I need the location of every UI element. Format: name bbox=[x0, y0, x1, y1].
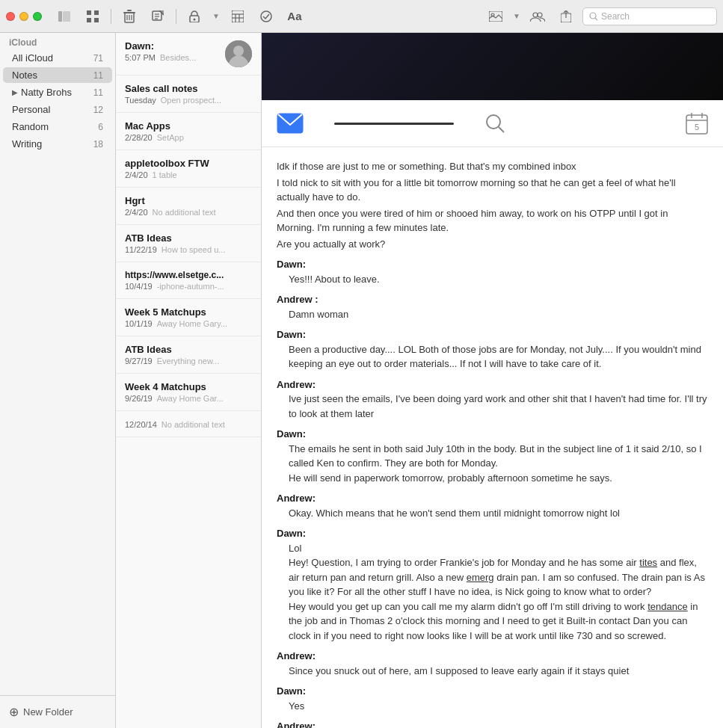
note-item-atb-1[interactable]: ATB Ideas 11/22/19 How to speed u... bbox=[116, 225, 261, 262]
note-item-dawn[interactable]: Dawn: 5:07 PM Besides... bbox=[116, 33, 261, 75]
speaker-andrew-2: Andrew: bbox=[277, 377, 708, 392]
note-item-atb-2[interactable]: ATB Ideas 9/27/19 Everything new... bbox=[116, 336, 261, 374]
note-meta: 11/22/19 How to speed u... bbox=[125, 245, 252, 254]
toolbar-separator bbox=[111, 9, 111, 24]
msg-line-13: Hey! Question, I am trying to order Fran… bbox=[289, 555, 708, 599]
svg-rect-5 bbox=[94, 18, 99, 22]
note-date: 10/4/19 bbox=[125, 282, 153, 291]
note-date: 12/20/14 bbox=[125, 420, 157, 429]
grid-view-icon[interactable] bbox=[81, 6, 105, 27]
note-item-appletoolbox[interactable]: appletoolbox FTW 2/4/20 1 table bbox=[116, 150, 261, 188]
fullscreen-button[interactable] bbox=[33, 12, 42, 21]
msg-line-10: He will send in paperwork tomorrow, prob… bbox=[289, 471, 708, 486]
expand-arrow-icon: ▶ bbox=[12, 88, 18, 96]
note-date: 5:07 PM bbox=[125, 53, 156, 62]
msg-line-4: Are you actually at work? bbox=[277, 237, 708, 252]
speaker-dawn-1: Dawn: bbox=[277, 257, 708, 272]
close-button[interactable] bbox=[6, 12, 15, 21]
speaker-dawn-3: Dawn: bbox=[277, 427, 708, 442]
sidebar-item-notes[interactable]: Notes 11 bbox=[3, 67, 112, 83]
note-meta: 9/26/19 Away Home Gar... bbox=[125, 394, 252, 403]
note-title: appletoolbox FTW bbox=[125, 158, 252, 169]
svg-rect-20 bbox=[232, 10, 244, 22]
toolbar-separator-2 bbox=[176, 9, 176, 24]
minimize-button[interactable] bbox=[19, 12, 28, 21]
font-icon[interactable]: Aa bbox=[283, 6, 307, 27]
lock-icon[interactable] bbox=[182, 6, 206, 27]
note-title: Mac Apps bbox=[125, 120, 252, 132]
sidebar-toggle-icon[interactable] bbox=[52, 6, 76, 27]
speaker-dawn-5: Dawn: bbox=[277, 684, 708, 699]
speaker-dawn-2: Dawn: bbox=[277, 327, 708, 342]
note-date: 2/28/20 bbox=[125, 133, 153, 142]
note-meta: 2/28/20 SetApp bbox=[125, 133, 252, 142]
note-meta: 9/27/19 Everything new... bbox=[125, 357, 252, 365]
sidebar-item-writing[interactable]: Writing 18 bbox=[3, 136, 112, 152]
note-date: 9/26/19 bbox=[125, 394, 153, 403]
note-item-week4[interactable]: Week 4 Matchups 9/26/19 Away Home Gar... bbox=[116, 374, 261, 411]
note-title: https://www.elsetge.c... bbox=[125, 270, 252, 280]
note-item-hgrt[interactable]: Hgrt 2/4/20 No additional text bbox=[116, 188, 261, 225]
compose-icon[interactable] bbox=[146, 6, 170, 27]
note-preview: How to speed u... bbox=[161, 245, 226, 254]
svg-point-19 bbox=[194, 18, 196, 20]
sidebar-item-natty-brohs[interactable]: ▶ Natty Brohs 11 bbox=[3, 84, 112, 100]
content-toolbar: 5 bbox=[262, 100, 723, 147]
sidebar-item-all-icloud[interactable]: All iCloud 71 bbox=[3, 50, 112, 66]
note-item-elsetge[interactable]: https://www.elsetge.c... 10/4/19 -iphone… bbox=[116, 262, 261, 299]
svg-point-35 bbox=[233, 46, 244, 56]
note-preview: 1 table bbox=[153, 170, 177, 179]
note-preview: No additional text bbox=[153, 208, 216, 217]
share-users-icon[interactable] bbox=[526, 6, 550, 27]
sidebar: iCloud All iCloud 71 Notes 11 ▶ Natty Br… bbox=[0, 33, 116, 728]
svg-rect-0 bbox=[58, 11, 62, 22]
note-preview: Besides... bbox=[160, 53, 196, 62]
note-item-mac-apps[interactable]: Mac Apps 2/28/20 SetApp bbox=[116, 113, 261, 150]
sidebar-item-random[interactable]: Random 6 bbox=[3, 119, 112, 135]
msg-line-2: I told nick to sit with you for a little… bbox=[277, 176, 708, 205]
note-item-apple[interactable]: 12/20/14 No additional text bbox=[116, 411, 261, 437]
note-item-sales[interactable]: Sales call notes Tuesday Open prospect..… bbox=[116, 75, 261, 113]
msg-line-1: Idk if those are just to me or something… bbox=[277, 159, 708, 174]
note-title: Dawn: bbox=[125, 40, 219, 52]
search-toolbar-icon[interactable] bbox=[484, 113, 505, 134]
note-item-week5[interactable]: Week 5 Matchups 10/1/19 Away Home Gary..… bbox=[116, 299, 261, 336]
table-icon[interactable] bbox=[226, 6, 250, 27]
divider-line bbox=[334, 123, 454, 125]
note-date: 9/27/19 bbox=[125, 357, 153, 365]
sidebar-item-personal[interactable]: Personal 12 bbox=[3, 102, 112, 117]
note-meta: 10/1/19 Away Home Gary... bbox=[125, 319, 252, 328]
calendar-icon[interactable]: 5 bbox=[686, 112, 708, 135]
note-title: Hgrt bbox=[125, 195, 252, 206]
msg-line-16: Yes bbox=[289, 699, 708, 714]
note-date: 2/4/20 bbox=[125, 170, 148, 179]
titlebar: ▼ Aa ▼ Search bbox=[0, 0, 723, 33]
svg-rect-3 bbox=[94, 10, 99, 15]
mail-icon[interactable] bbox=[277, 113, 304, 134]
speaker-andrew-5: Andrew: bbox=[277, 719, 708, 728]
svg-line-33 bbox=[595, 18, 597, 20]
speaker-andrew-3: Andrew: bbox=[277, 491, 708, 506]
msg-line-12: Lol bbox=[289, 541, 708, 556]
message-content[interactable]: Idk if those are just to me or something… bbox=[262, 147, 723, 728]
svg-point-29 bbox=[538, 13, 542, 17]
svg-point-28 bbox=[533, 13, 538, 17]
plus-icon: ⊕ bbox=[9, 705, 19, 719]
checkmark-icon[interactable] bbox=[254, 6, 278, 27]
note-date: Tuesday bbox=[125, 96, 156, 105]
note-preview: -iphone-autumn-... bbox=[157, 282, 224, 291]
new-folder-button[interactable]: ⊕ New Folder bbox=[6, 702, 109, 722]
sidebar-section-header: iCloud bbox=[0, 33, 115, 49]
note-preview: Everything new... bbox=[157, 357, 220, 365]
note-preview: No additional text bbox=[161, 420, 225, 429]
search-bar[interactable]: Search bbox=[582, 7, 717, 25]
search-placeholder: Search bbox=[601, 11, 630, 22]
sidebar-bottom: ⊕ New Folder bbox=[0, 695, 115, 728]
export-icon[interactable] bbox=[554, 6, 578, 27]
note-title: ATB Ideas bbox=[125, 232, 252, 244]
media-icon[interactable] bbox=[484, 6, 508, 27]
speaker-andrew-1: Andrew : bbox=[277, 292, 708, 307]
trash-icon[interactable] bbox=[117, 6, 141, 27]
note-meta: 2/4/20 1 table bbox=[125, 170, 252, 179]
note-date: 2/4/20 bbox=[125, 208, 148, 217]
